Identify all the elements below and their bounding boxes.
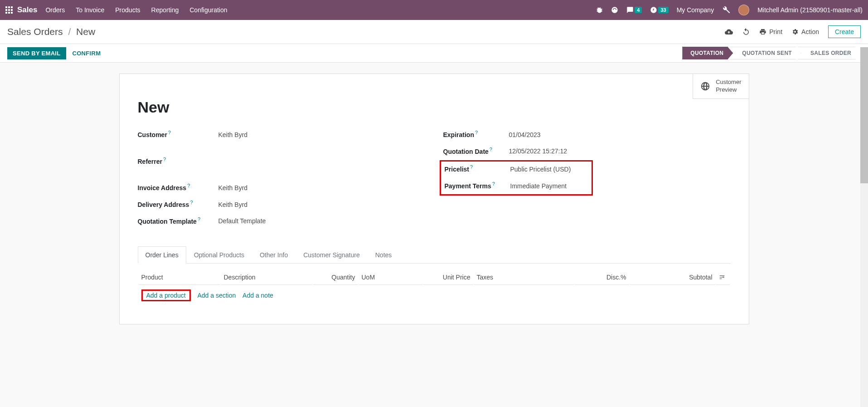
order-lines-table: Product Description Quantity UoM Unit Pr… — [138, 269, 731, 306]
step-quotation[interactable]: QUOTATION — [682, 47, 733, 59]
svg-rect-0 — [5, 6, 7, 8]
menu-configuration[interactable]: Configuration — [189, 6, 227, 14]
tab-order-lines[interactable]: Order Lines — [138, 246, 186, 264]
app-brand[interactable]: Sales — [17, 5, 37, 15]
company-switcher[interactable]: My Company — [677, 6, 714, 14]
col-options-icon[interactable] — [716, 270, 730, 285]
main-menu: Orders To Invoice Products Reporting Con… — [45, 6, 227, 14]
tab-optional-products[interactable]: Optional Products — [186, 246, 252, 264]
svg-rect-5 — [11, 9, 13, 11]
scrollbar-thumb[interactable] — [860, 47, 868, 183]
invoice-address-value[interactable]: Keith Byrd — [218, 184, 248, 191]
debug-icon[interactable] — [596, 6, 603, 14]
tabs: Order Lines Optional Products Other Info… — [138, 246, 731, 264]
menu-to-invoice[interactable]: To Invoice — [76, 6, 104, 14]
svg-rect-2 — [11, 6, 13, 8]
menu-products[interactable]: Products — [115, 6, 140, 14]
discard-icon[interactable] — [742, 28, 750, 36]
add-product-link[interactable]: Add a product — [141, 289, 191, 301]
breadcrumb: Sales Orders / New — [7, 26, 95, 37]
avatar[interactable] — [738, 5, 749, 15]
scrollbar[interactable] — [860, 47, 868, 407]
svg-rect-8 — [11, 12, 13, 14]
delivery-address-label: Delivery Address — [138, 201, 189, 208]
send-by-email-button[interactable]: SEND BY EMAIL — [7, 47, 66, 59]
table-row: Add a product Add a section Add a note — [139, 286, 730, 305]
right-column: Expiration? 01/04/2023 Quotation Date? 1… — [443, 130, 731, 233]
globe-icon — [700, 81, 710, 91]
col-description: Description — [221, 270, 312, 285]
customer-preview-line2: Preview — [716, 86, 741, 94]
user-menu[interactable]: Mitchell Admin (21580901-master-all) — [757, 6, 863, 14]
delivery-address-value[interactable]: Keith Byrd — [218, 201, 248, 208]
pricelist-label: Pricelist — [445, 166, 469, 173]
action-label: Action — [801, 28, 819, 35]
tools-icon[interactable] — [722, 6, 730, 14]
col-unit-price: Unit Price — [423, 270, 473, 285]
record-title: New — [138, 98, 731, 116]
col-product: Product — [139, 270, 220, 285]
referrer-label: Referrer — [138, 157, 162, 165]
col-quantity: Quantity — [313, 270, 358, 285]
svg-rect-3 — [5, 9, 7, 11]
breadcrumb-sep: / — [68, 26, 71, 37]
pricelist-value[interactable]: Public Pricelist (USD) — [510, 166, 571, 173]
add-section-link[interactable]: Add a section — [197, 292, 236, 299]
menu-reporting[interactable]: Reporting — [151, 6, 179, 14]
top-nav: Sales Orders To Invoice Products Reporti… — [0, 0, 868, 20]
quote-template-value[interactable]: Default Template — [218, 217, 266, 225]
col-taxes: Taxes — [474, 270, 574, 285]
breadcrumb-current: New — [76, 26, 95, 37]
customer-preview-line1: Customer — [716, 78, 741, 86]
col-subtotal: Subtotal — [630, 270, 715, 285]
messages-badge: 4 — [635, 7, 642, 13]
step-quotation-sent[interactable]: QUOTATION SENT — [729, 47, 801, 59]
activities-badge: 33 — [658, 7, 668, 13]
confirm-button[interactable]: CONFIRM — [73, 47, 101, 59]
svg-rect-6 — [5, 12, 7, 14]
support-icon[interactable] — [611, 6, 618, 14]
payment-terms-label: Payment Terms — [445, 182, 491, 190]
create-button[interactable]: Create — [828, 25, 861, 38]
activities-icon[interactable]: 33 — [650, 6, 668, 14]
apps-icon[interactable] — [5, 6, 13, 14]
add-note-link[interactable]: Add a note — [242, 292, 273, 299]
print-button[interactable]: Print — [759, 28, 782, 35]
customer-label: Customer — [138, 131, 167, 138]
svg-rect-7 — [8, 12, 10, 14]
tab-notes[interactable]: Notes — [368, 246, 400, 264]
expiration-label: Expiration — [443, 131, 474, 138]
messages-icon[interactable]: 4 — [626, 6, 642, 14]
quote-date-label: Quotation Date — [443, 147, 489, 155]
expiration-value[interactable]: 01/04/2023 — [509, 131, 541, 138]
svg-rect-4 — [8, 9, 10, 11]
step-sales-order[interactable]: SALES ORDER — [798, 47, 861, 59]
breadcrumb-parent[interactable]: Sales Orders — [7, 26, 63, 37]
menu-orders[interactable]: Orders — [45, 6, 65, 14]
form-sheet: Customer Preview New Customer? Keith Byr… — [119, 74, 749, 324]
form-wrap: Customer Preview New Customer? Keith Byr… — [0, 63, 868, 335]
status-bar: SEND BY EMAIL CONFIRM QUOTATION QUOTATIO… — [0, 44, 868, 63]
col-uom: UoM — [359, 270, 422, 285]
print-label: Print — [769, 28, 782, 35]
breadcrumb-bar: Sales Orders / New Print Action Create — [0, 20, 868, 44]
quote-template-label: Quotation Template — [138, 217, 197, 225]
tab-other-info[interactable]: Other Info — [252, 246, 296, 264]
cloud-save-icon[interactable] — [725, 28, 733, 36]
col-disc: Disc.% — [575, 270, 629, 285]
quote-date-value[interactable]: 12/05/2022 15:27:12 — [509, 147, 567, 155]
customer-value[interactable]: Keith Byrd — [218, 131, 248, 138]
invoice-address-label: Invoice Address — [138, 184, 187, 191]
payment-terms-value[interactable]: Immediate Payment — [510, 182, 567, 190]
left-column: Customer? Keith Byrd Referrer? Invoice A… — [138, 130, 425, 233]
tab-customer-signature[interactable]: Customer Signature — [296, 246, 368, 264]
action-button[interactable]: Action — [791, 28, 819, 35]
status-steps: QUOTATION QUOTATION SENT SALES ORDER — [682, 47, 861, 59]
customer-preview-button[interactable]: Customer Preview — [693, 74, 749, 99]
svg-rect-1 — [8, 6, 10, 8]
